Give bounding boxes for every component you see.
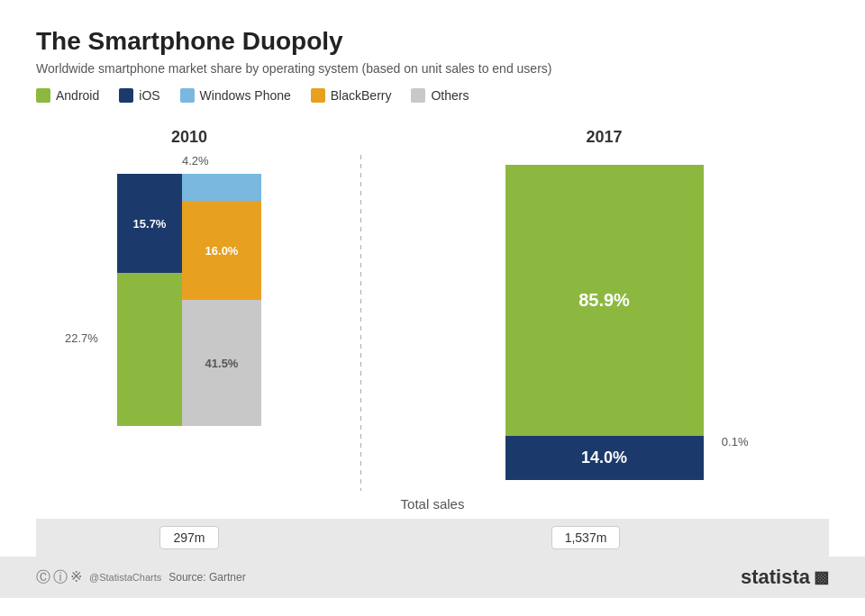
block-wp-2010 — [182, 174, 261, 201]
block-android-2017: 85.9% — [505, 165, 704, 436]
page-subtitle: Worldwide smartphone market share by ope… — [36, 61, 829, 76]
ios-legend-icon — [119, 88, 133, 103]
bb-legend-label: BlackBerry — [331, 88, 392, 103]
sales-badge-2017: 1,537m — [551, 526, 621, 549]
sales-badges-row: 297m 1,537m — [36, 519, 829, 557]
block-android-2010 — [117, 273, 182, 426]
blocks-2010: 4.2% 22.7% 15.7% — [117, 174, 261, 426]
page-title: The Smartphone Duopoly — [36, 27, 829, 56]
year-2017: 2017 — [586, 128, 622, 147]
legend-ios: iOS — [119, 88, 159, 103]
chart-2017: 2017 0.1% 85.9% 14.0% — [379, 128, 829, 480]
legend-wp: Windows Phone — [180, 88, 291, 103]
legend-blackberry: BlackBerry — [311, 88, 392, 103]
blocks-2010-inner: 15.7% 16.0% 41.5% — [117, 174, 261, 426]
block-ios-2010: 15.7% — [117, 174, 182, 273]
legend-android: Android — [36, 88, 99, 103]
chart-divider — [360, 155, 361, 491]
chart-wrapper: 2010 4.2% 22.7% 15.7% — [36, 119, 829, 491]
android-legend-label: Android — [56, 88, 99, 103]
footer-brand: statista ▩ — [741, 566, 829, 589]
footer: Ⓒ ⓘ ※ @StatistaCharts Source: Gartner st… — [0, 557, 865, 598]
eq-icon: ※ — [70, 568, 82, 587]
wp-legend-icon — [180, 88, 195, 103]
legend-others: Others — [411, 88, 469, 103]
col-left-2010: 15.7% — [117, 174, 182, 426]
block-ios-2017: 14.0% — [505, 436, 704, 480]
info-icon: ⓘ — [53, 568, 68, 587]
android-label-2010: 22.7% — [65, 331, 98, 345]
footer-source: Source: Gartner — [168, 571, 245, 584]
legend: Android iOS Windows Phone BlackBerry Oth… — [36, 88, 829, 103]
blocks-wrapper-2017: 0.1% 85.9% 14.0% — [505, 165, 704, 480]
others-legend-icon — [411, 88, 425, 103]
statista-icon: ▩ — [814, 567, 829, 587]
total-sales-label: Total sales — [36, 496, 829, 512]
others-label-2017: 0.1% — [722, 435, 749, 448]
sales-right: 1,537m — [342, 526, 829, 549]
sales-badge-2010: 297m — [159, 526, 218, 549]
wp-label-2010: 4.2% — [182, 154, 209, 168]
wp-legend-label: Windows Phone — [200, 88, 291, 103]
cc-icon: Ⓒ — [36, 568, 50, 587]
sales-left: 297m — [36, 526, 342, 549]
cc-icons: Ⓒ ⓘ ※ — [36, 568, 82, 587]
block-others-2010: 41.5% — [182, 300, 261, 426]
android-legend-icon — [36, 88, 50, 103]
year-2010: 2010 — [171, 128, 207, 147]
ios-legend-label: iOS — [139, 88, 159, 103]
others-legend-label: Others — [431, 88, 469, 103]
bb-legend-icon — [311, 88, 325, 103]
block-bb-2010: 16.0% — [182, 201, 261, 300]
page-container: The Smartphone Duopoly Worldwide smartph… — [0, 0, 865, 616]
blocks-2017: 85.9% 14.0% — [505, 165, 704, 480]
footer-handle: @StatistaCharts — [89, 572, 161, 583]
footer-left: Ⓒ ⓘ ※ @StatistaCharts Source: Gartner — [36, 568, 246, 587]
col-right-2010: 16.0% 41.5% — [182, 174, 261, 426]
chart-2010: 2010 4.2% 22.7% 15.7% — [36, 128, 342, 426]
